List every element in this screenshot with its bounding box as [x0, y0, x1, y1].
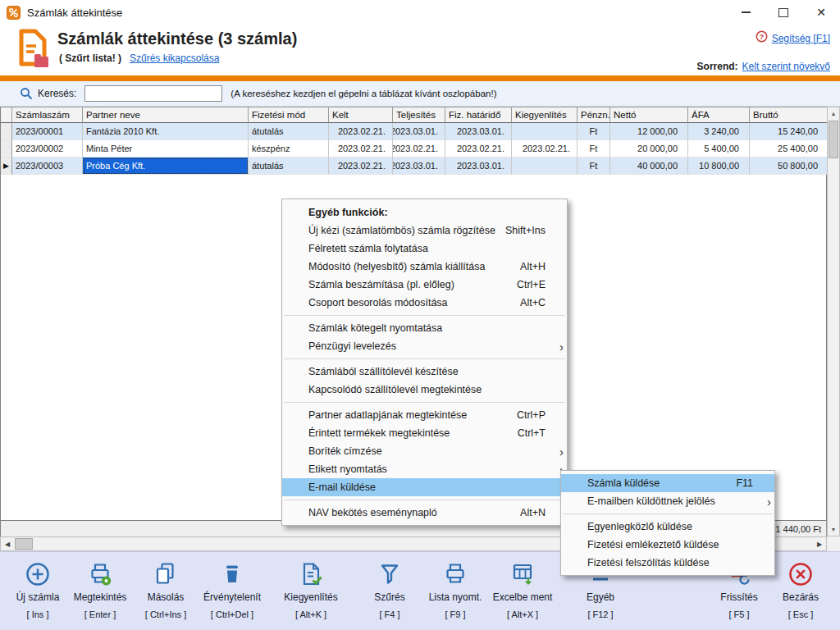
print-list-button[interactable]: Lista nyomt. [ F9 ]: [418, 559, 492, 619]
scroll-up-icon[interactable]: ▲: [828, 107, 839, 120]
cell-penzn[interactable]: Ft: [578, 158, 610, 175]
cell-kiegyenlites[interactable]: [512, 158, 578, 175]
cell-fiz-hatarido[interactable]: 2023.03.01.: [445, 158, 512, 175]
menu-item-felretett-szamla[interactable]: Félretett számla folytatása: [282, 240, 567, 258]
scroll-left-icon[interactable]: ◀: [1, 537, 14, 550]
column-header-szamlaszam[interactable]: Számlaszám: [12, 107, 83, 123]
column-header-afa[interactable]: ÁFA: [688, 107, 750, 123]
scroll-right-icon[interactable]: ▶: [813, 537, 826, 550]
search-input[interactable]: [84, 85, 222, 102]
page-header: Számlák áttekintése (3 számla) ( Szűrt l…: [0, 25, 840, 75]
cell-brutto[interactable]: 15 240,00: [750, 123, 828, 140]
cell-teljesites[interactable]: 2023.03.01.: [393, 158, 445, 175]
cell-kelt[interactable]: 2023.02.21.: [329, 123, 393, 140]
trash-icon: [218, 559, 246, 590]
submenu-item-szamla-kuldese[interactable]: Számla küldése F11: [561, 474, 774, 492]
table-row[interactable]: 2023/00002 Minta Péter készpénz 2023.02.…: [1, 140, 826, 158]
column-header-kiegyenlites[interactable]: Kiegyenlítés: [512, 107, 578, 123]
submenu-item-egyenlegkozlo[interactable]: Egyenlegközlő küldése: [561, 518, 774, 536]
submenu-item-fizetesi-felszolitas[interactable]: Fizetési felszólítás küldése: [561, 554, 774, 572]
cell-fiz-hatarido[interactable]: 2023.03.01.: [445, 123, 512, 140]
cell-teljesites[interactable]: 2023.02.21.: [393, 140, 445, 158]
sort-link[interactable]: Kelt szerint növekvő: [742, 61, 830, 72]
page-title: Számlák áttekintése (3 számla): [57, 30, 297, 48]
copy-button[interactable]: Másolás [ Ctrl+Ins ]: [129, 559, 203, 619]
settlement-button[interactable]: Kiegyenlítés [ Alt+K ]: [274, 559, 348, 619]
menu-item-szamla-beszamitasa[interactable]: Számla beszámítása (pl. előleg) Ctrl+E: [282, 276, 567, 294]
menu-item-email-kuldese[interactable]: E-mail küldése: [282, 478, 567, 496]
minimize-button[interactable]: [727, 0, 765, 25]
column-header-brutto[interactable]: Bruttó: [750, 107, 828, 123]
menu-item-uj-kezi-szamla[interactable]: Új kézi (számlatömbös) számla rögzítése …: [282, 221, 567, 240]
invalidate-button[interactable]: Érvénytelenít [ Ctrl+Del ]: [195, 559, 269, 619]
printer-icon: [441, 559, 469, 590]
cell-kelt[interactable]: 2023.02.21.: [329, 140, 393, 158]
submenu-item-emailben-kuldott[interactable]: E-mailben küldöttnek jelölés: [561, 492, 774, 510]
column-header-kelt[interactable]: Kelt: [329, 107, 393, 123]
cell-kiegyenlites[interactable]: 2023.02.21.: [512, 140, 578, 158]
cell-szamlaszam[interactable]: 2023/00002: [12, 140, 83, 158]
cell-szamlaszam[interactable]: 2023/00003: [12, 158, 83, 175]
column-header-teljesites[interactable]: Teljesítés: [393, 107, 445, 123]
close-circle-icon: [787, 559, 815, 590]
cell-brutto[interactable]: 25 400,00: [750, 140, 828, 158]
cell-netto[interactable]: 40 000,00: [610, 158, 688, 175]
export-excel-button[interactable]: Excelbe ment [ Alt+X ]: [486, 559, 559, 619]
column-header-fiz-hatarido[interactable]: Fiz. határidő: [445, 107, 512, 123]
horizontal-scrollbar-thumb[interactable]: [15, 538, 33, 550]
cell-kiegyenlites[interactable]: [512, 123, 578, 140]
menu-separator: [284, 500, 565, 500]
row-marker-cell: [1, 140, 12, 158]
menu-item-nav-bekotes[interactable]: NAV bekötés eseménynapló Alt+N: [282, 504, 567, 522]
column-header-penzn[interactable]: Pénzn.: [578, 107, 610, 123]
vertical-scrollbar-thumb[interactable]: [829, 121, 838, 158]
column-header-netto[interactable]: Nettó: [610, 107, 688, 123]
cell-teljesites[interactable]: 2023.03.01.: [393, 123, 445, 140]
menu-item-kapcsolodo-szallitolevel[interactable]: Kapcsolódó szállítólevél megtekintése: [282, 381, 567, 399]
menu-item-partner-adatlap[interactable]: Partner adatlapjának megtekintése Ctrl+P: [282, 406, 567, 424]
menu-item-etikett-nyomtatas[interactable]: Etikett nyomtatás: [282, 460, 567, 478]
table-header-row: Számlaszám Partner neve Fizetési mód Kel…: [1, 107, 826, 123]
menu-item-boritek-cimzese[interactable]: Boríték címzése: [282, 442, 567, 460]
menu-item-penzugyi-levelezes[interactable]: Pénzügyi levelezés: [282, 337, 567, 355]
cell-brutto[interactable]: 50 800,00: [750, 158, 828, 175]
view-button[interactable]: Megtekintés [ Enter ]: [63, 559, 137, 619]
cell-afa[interactable]: 3 240,00: [688, 123, 750, 140]
cell-fiz-hatarido[interactable]: 2023.02.21.: [445, 140, 512, 158]
column-header-fizetesi-mod[interactable]: Fizetési mód: [249, 107, 329, 123]
vertical-scrollbar[interactable]: ▲ ▼: [827, 107, 840, 536]
menu-item-modosito-szamla[interactable]: Módosító (helyesbítő) számla kiállítása …: [282, 258, 567, 276]
maximize-icon: [778, 8, 788, 17]
column-header-partner-neve[interactable]: Partner neve: [83, 107, 249, 123]
table-row[interactable]: 2023/00001 Fantázia 2010 Kft. átutalás 2…: [1, 123, 826, 140]
excel-export-icon: [509, 559, 536, 590]
cell-partner-neve[interactable]: Fantázia 2010 Kft.: [83, 123, 249, 140]
menu-separator: [284, 315, 565, 316]
menu-item-szallitolevel-keszitese[interactable]: Számlából szállítólevél készítése: [282, 363, 567, 381]
menu-item-kotegelt-nyomtatas[interactable]: Számlák kötegelt nyomtatása: [282, 319, 567, 337]
cell-afa[interactable]: 5 400,00: [688, 140, 750, 158]
cell-partner-neve-selected[interactable]: Próba Cég Kft.: [83, 158, 249, 175]
cell-netto[interactable]: 12 000,00: [610, 123, 688, 140]
cell-netto[interactable]: 20 000,00: [610, 140, 688, 158]
table-row-selected[interactable]: 2023/00003 Próba Cég Kft. átutalás 2023.…: [1, 158, 826, 175]
cell-afa[interactable]: 10 800,00: [688, 158, 750, 175]
cell-fizetesi-mod[interactable]: készpénz: [249, 140, 329, 158]
cell-fizetesi-mod[interactable]: átutalás: [249, 158, 329, 175]
cell-penzn[interactable]: Ft: [578, 140, 610, 158]
close-button[interactable]: ✕: [802, 0, 840, 25]
menu-item-csoport-besorolas[interactable]: Csoport besorolás módosítása Alt+C: [282, 294, 567, 312]
filter-button[interactable]: Szűrés [ F4 ]: [353, 559, 427, 619]
cell-penzn[interactable]: Ft: [578, 123, 610, 140]
submenu-item-fizetesi-emlekezteto[interactable]: Fizetési emlékeztető küldése: [561, 536, 774, 554]
cell-partner-neve[interactable]: Minta Péter: [83, 140, 249, 158]
menu-item-erintett-termekek[interactable]: Érintett termékek megtekintése Ctrl+T: [282, 424, 567, 442]
maximize-button[interactable]: [765, 0, 802, 25]
help-link[interactable]: Segítség [F1]: [772, 33, 830, 44]
cell-szamlaszam[interactable]: 2023/00001: [12, 123, 83, 140]
sort-label: Sorrend:: [697, 61, 738, 72]
scroll-down-icon[interactable]: ▼: [828, 523, 839, 536]
filter-off-link[interactable]: Szűrés kikapcsolása: [130, 52, 219, 64]
cell-fizetesi-mod[interactable]: átutalás: [249, 123, 329, 140]
cell-kelt[interactable]: 2023.02.21.: [329, 158, 393, 175]
